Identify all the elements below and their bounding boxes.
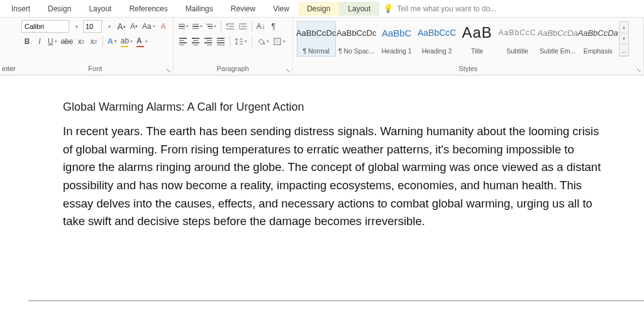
grow-font-button[interactable]: A▴ — [116, 20, 127, 33]
style-name: Heading 1 — [382, 47, 412, 55]
styles-expand[interactable]: ⎯ — [619, 45, 628, 56]
highlight-button[interactable]: ab▾ — [119, 35, 134, 48]
borders-icon — [273, 37, 282, 46]
borders-button[interactable]: ▾ — [272, 35, 287, 48]
styles-dialog-launcher[interactable]: ⤡ — [636, 67, 641, 74]
menu-design[interactable]: Design — [39, 2, 80, 16]
justify-icon — [217, 38, 225, 45]
tell-me-search[interactable]: 💡 Tell me what you want to do... — [383, 4, 496, 13]
paragraph-group-label: Paragraph — [177, 65, 289, 74]
justify-button[interactable] — [215, 35, 226, 48]
bold-button[interactable]: B — [21, 35, 33, 48]
line-spacing-button[interactable]: ▾ — [233, 35, 248, 48]
styles-scroll: ▴▾⎯ — [619, 21, 629, 57]
style-sample: AaBbCcDc — [336, 23, 377, 42]
styles-scroll-down[interactable]: ▾ — [619, 33, 628, 45]
menu-layout[interactable]: Layout — [80, 2, 120, 16]
paragraph-dialog-launcher[interactable]: ⤡ — [286, 67, 291, 74]
document-page[interactable]: Global Warming Alarms: A Call for Urgent… — [35, 88, 631, 243]
shading-button[interactable]: ▾ — [255, 35, 270, 48]
tell-me-text: Tell me what you want to do... — [397, 4, 496, 13]
style-name: Subtle Em... — [540, 47, 575, 55]
multilevel-button[interactable]: ▾ — [205, 20, 218, 33]
bullets-button[interactable]: ▾ — [177, 20, 190, 33]
font-size-dropdown[interactable]: ▼ — [103, 20, 114, 33]
style-box-1[interactable]: AaBbCcDc¶ No Spac... — [337, 21, 376, 57]
align-left-icon — [179, 38, 187, 45]
text-effects-button[interactable]: A▾ — [106, 35, 118, 48]
menu-review[interactable]: Review — [222, 2, 264, 16]
font-dialog-launcher[interactable]: ⤡ — [166, 67, 171, 74]
font-size-input[interactable] — [83, 20, 102, 33]
increase-indent-button[interactable] — [237, 20, 248, 33]
strikethrough-button[interactable]: abc — [60, 35, 74, 48]
style-box-2[interactable]: AaBbCHeading 1 — [377, 21, 416, 57]
change-case-button[interactable]: Aa▾ — [141, 20, 157, 33]
menu-mailings[interactable]: Mailings — [177, 2, 222, 16]
menu-design-addin[interactable]: Design — [298, 2, 339, 16]
style-name: Title — [471, 47, 483, 55]
align-center-button[interactable] — [190, 35, 201, 48]
format-painter-label: inter — [0, 18, 18, 75]
font-name-input[interactable] — [21, 20, 69, 33]
document-title: Global Warming Alarms: A Call for Urgent… — [63, 101, 603, 114]
italic-button[interactable]: I — [34, 35, 45, 48]
lightbulb-icon: 💡 — [383, 4, 393, 13]
align-center-icon — [192, 38, 199, 45]
style-sample: AaBbCcDc — [296, 23, 336, 42]
line-spacing-icon — [235, 37, 243, 46]
style-sample: AaBbCcDa — [538, 23, 578, 42]
style-sample: AaBbC — [382, 23, 412, 42]
underline-button[interactable]: U▾ — [47, 35, 58, 48]
decrease-indent-button[interactable] — [225, 20, 236, 33]
show-marks-button[interactable]: ¶ — [268, 20, 279, 33]
style-name: Emphasis — [584, 47, 613, 55]
style-sample: AaBbCcC — [418, 23, 456, 42]
style-name: ¶ No Spac... — [338, 47, 375, 55]
indent-icon — [238, 22, 247, 31]
align-right-icon — [204, 38, 212, 45]
style-box-4[interactable]: AaBTitle — [458, 21, 497, 57]
menu-layout-addin[interactable]: Layout — [339, 2, 379, 16]
paint-bucket-icon — [257, 37, 265, 46]
style-box-5[interactable]: AaBbCcCSubtitle — [498, 21, 537, 57]
style-sample: AaBbCcDa — [578, 23, 618, 42]
style-sample: AaBbCcC — [499, 23, 536, 42]
page-break-line — [28, 301, 644, 301]
menu-view[interactable]: View — [264, 2, 298, 16]
style-sample: AaB — [462, 23, 492, 42]
styles-scroll-up[interactable]: ▴ — [619, 22, 628, 33]
style-name: Subtitle — [506, 47, 528, 55]
styles-group-label: Styles — [297, 65, 640, 74]
style-box-3[interactable]: AaBbCcCHeading 2 — [418, 21, 457, 57]
style-name: ¶ Normal — [303, 47, 329, 55]
paragraph-group: ▾ ▾ ▾ A↓ ¶ — [174, 18, 293, 75]
subscript-button[interactable]: x2 — [75, 35, 87, 48]
font-name-dropdown[interactable]: ▼ — [70, 20, 82, 33]
numbering-button[interactable]: ▾ — [191, 20, 204, 33]
font-group-label: Font — [21, 65, 169, 74]
menu-bar: Insert Design Layout References Mailings… — [0, 0, 644, 18]
clear-formatting-button[interactable]: A — [158, 20, 169, 33]
multilevel-icon — [206, 24, 213, 30]
numbering-icon — [192, 24, 199, 30]
sort-button[interactable]: A↓ — [255, 20, 267, 33]
styles-group: AaBbCcDc¶ NormalAaBbCcDc¶ No Spac...AaBb… — [293, 18, 644, 75]
font-group: ▼ ▼ A▴ A▾ Aa▾ A B I U▾ abc x2 x2 A▾ ab▾ … — [18, 18, 174, 75]
font-color-button[interactable]: A▾ — [135, 35, 149, 48]
document-body: In recent years. The earth has been send… — [63, 123, 603, 231]
menu-references[interactable]: References — [120, 2, 176, 16]
shrink-font-button[interactable]: A▾ — [128, 20, 140, 33]
style-box-6[interactable]: AaBbCcDaSubtle Em... — [538, 21, 577, 57]
align-left-button[interactable] — [177, 35, 189, 48]
outdent-icon — [226, 22, 235, 31]
style-box-0[interactable]: AaBbCcDc¶ Normal — [297, 21, 336, 57]
bullets-icon — [179, 24, 185, 30]
style-name: Heading 2 — [422, 47, 452, 55]
menu-insert[interactable]: Insert — [3, 2, 39, 16]
style-box-7[interactable]: AaBbCcDaEmphasis — [579, 21, 618, 57]
align-right-button[interactable] — [203, 35, 214, 48]
superscript-button[interactable]: x2 — [88, 35, 99, 48]
ribbon: inter ▼ ▼ A▴ A▾ Aa▾ A B I U▾ abc x2 x2 A… — [0, 18, 644, 75]
